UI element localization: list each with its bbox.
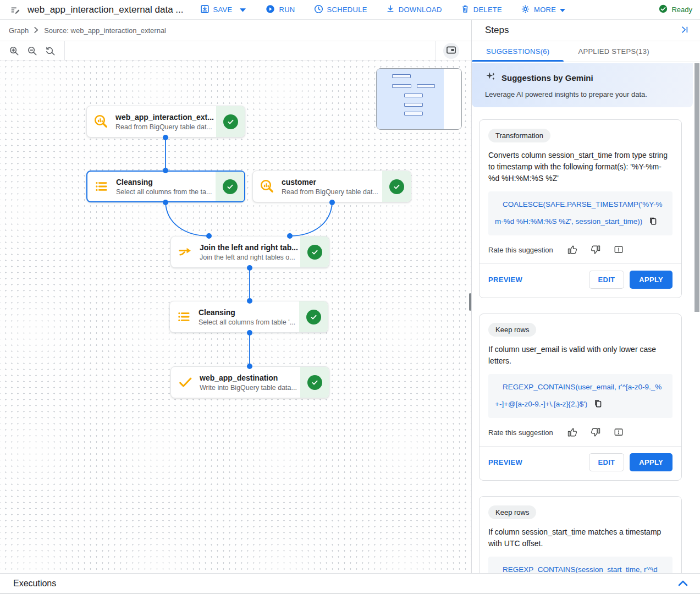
- suggestion-code: REGEXP_CONTAINS(session_start_time, r'^\…: [488, 557, 673, 573]
- cleansing-list-icon: [87, 172, 116, 201]
- node-join[interactable]: Join the left and right tab... Join the …: [170, 236, 329, 268]
- download-icon: [386, 4, 395, 15]
- zoom-reset-button[interactable]: [43, 43, 58, 58]
- node-customer[interactable]: customer Read from BigQuery table dat...: [252, 170, 411, 202]
- feedback-button[interactable]: [613, 426, 625, 438]
- steps-panel-title: Steps: [485, 25, 509, 36]
- node-title: customer: [282, 178, 380, 186]
- copy-code-button[interactable]: [642, 217, 657, 227]
- save-button[interactable]: SAVE: [198, 1, 235, 19]
- chevron-up-icon: [678, 580, 688, 588]
- join-icon: [171, 237, 200, 267]
- breadcrumb-graph[interactable]: Graph: [9, 26, 29, 35]
- suggestion-type-chip: Keep rows: [488, 505, 536, 519]
- node-cleansing-1[interactable]: Cleansing Select all columns from the ta…: [86, 170, 245, 202]
- destination-check-icon: [171, 367, 200, 398]
- suggestion-code: REGEXP_CONTAINS(user_email, r'^[a-z0-9._…: [488, 374, 673, 418]
- download-button[interactable]: DOWNLOAD: [384, 1, 444, 18]
- bigquery-read-icon: [253, 171, 282, 202]
- rate-label: Rate this suggestion: [488, 246, 553, 254]
- schedule-button[interactable]: SCHEDULE: [312, 1, 370, 19]
- toolbar-divider: [64, 41, 65, 61]
- minimap-icon: [447, 46, 456, 56]
- node-subtitle: Select all columns from the ta...: [116, 188, 213, 196]
- minimap-node: [404, 112, 423, 116]
- cleansing-list-icon: [170, 301, 199, 332]
- collapse-panel-button[interactable]: [678, 23, 691, 38]
- minimap[interactable]: [376, 68, 462, 130]
- node-status: [300, 367, 329, 398]
- copy-code-button[interactable]: [587, 399, 602, 410]
- suggestion-card-keep-rows-timestamp: Keep rows If column session_start_time m…: [479, 496, 682, 573]
- suggestion-card-transformation: Transformation Converts column session_s…: [479, 119, 682, 298]
- node-status: [216, 172, 244, 201]
- node-subtitle: Join the left and right tables o...: [200, 254, 298, 261]
- success-check-icon: [223, 179, 238, 194]
- save-dropdown-button[interactable]: [236, 2, 249, 17]
- panel-scrollbar[interactable]: [695, 63, 699, 312]
- run-play-icon: [266, 4, 275, 15]
- more-button[interactable]: MORE: [519, 1, 567, 19]
- flow-title: web_app_interaction_external data ...: [27, 4, 184, 15]
- ready-label: Ready: [671, 6, 692, 14]
- breadcrumb: Graph Source: web_app_interaction_extern…: [0, 20, 471, 41]
- edit-note-icon: [10, 5, 20, 15]
- caret-down-icon: [240, 6, 246, 14]
- suggestion-card-keep-rows-email: Keep rows If column user_email is valid …: [479, 314, 682, 481]
- run-button[interactable]: RUN: [263, 1, 297, 19]
- edit-button[interactable]: EDIT: [589, 271, 625, 289]
- thumbs-down-button[interactable]: [589, 426, 602, 438]
- executions-bar[interactable]: Executions: [0, 573, 700, 594]
- suggestions-list[interactable]: Transformation Converts column session_s…: [472, 107, 700, 573]
- graph-canvas[interactable]: web_app_interaction_ext... Read from Big…: [0, 61, 471, 573]
- gemini-title: Suggestions by Gemini: [501, 73, 593, 82]
- apply-button[interactable]: APPLY: [630, 453, 673, 471]
- suggestion-description: If column user_email is valid with only …: [488, 344, 673, 367]
- thumbs-up-button[interactable]: [566, 426, 578, 438]
- executions-collapse-button[interactable]: [676, 578, 690, 590]
- success-check-icon: [223, 114, 238, 129]
- thumbs-up-button[interactable]: [566, 244, 578, 256]
- preview-button[interactable]: PREVIEW: [488, 455, 527, 470]
- minimap-node: [417, 84, 435, 88]
- trash-icon: [461, 4, 470, 15]
- gear-icon: [521, 4, 530, 15]
- node-subtitle: Select all columns from table '...: [199, 318, 297, 326]
- steps-tabs: SUGGESTIONS(6) APPLIED STEPS(13): [472, 41, 700, 62]
- top-toolbar: web_app_interaction_external data ... SA…: [0, 0, 700, 20]
- gemini-subtitle: Leverage AI powered insights to prepare …: [485, 90, 682, 98]
- node-status: [216, 106, 245, 137]
- suggestion-type-chip: Keep rows: [488, 323, 536, 337]
- steps-panel: Steps SUGGESTIONS(6) APPLIED STEPS(13) S…: [471, 20, 700, 573]
- graph-area: Graph Source: web_app_interaction_extern…: [0, 20, 471, 573]
- node-web-app-interaction-ext[interactable]: web_app_interaction_ext... Read from Big…: [86, 106, 245, 138]
- edit-button[interactable]: EDIT: [589, 453, 625, 471]
- thumbs-down-button[interactable]: [589, 244, 602, 256]
- executions-title: Executions: [13, 579, 56, 588]
- node-subtitle: Read from BigQuery table dat...: [282, 188, 380, 196]
- minimap-node: [404, 103, 423, 107]
- toolbar-actions: SAVE RUN SCHEDULE DOWNLOAD DELETE: [198, 1, 568, 19]
- suggestion-code: COALESCE(SAFE.PARSE_TIMESTAMP('%Y-%m-%d …: [488, 191, 673, 235]
- minimap-toggle-button[interactable]: [443, 43, 459, 59]
- preview-button[interactable]: PREVIEW: [488, 272, 527, 287]
- clock-icon: [314, 4, 323, 15]
- zoom-out-button[interactable]: [25, 43, 40, 58]
- node-title: Cleansing: [116, 178, 213, 186]
- minimap-node: [392, 74, 411, 78]
- success-check-icon: [306, 310, 321, 324]
- tab-suggestions[interactable]: SUGGESTIONS(6): [472, 41, 564, 62]
- apply-button[interactable]: APPLY: [630, 271, 673, 289]
- node-web-app-destination[interactable]: web_app_destination Write into BigQuery …: [170, 366, 329, 398]
- panel-resize-handle[interactable]: [469, 293, 471, 311]
- node-cleansing-2[interactable]: Cleansing Select all columns from table …: [169, 301, 328, 333]
- caret-down-icon: [560, 6, 565, 14]
- zoom-in-button[interactable]: [7, 43, 21, 58]
- tab-applied-steps[interactable]: APPLIED STEPS(13): [564, 41, 663, 62]
- feedback-button[interactable]: [613, 244, 625, 256]
- delete-button[interactable]: DELETE: [459, 1, 504, 18]
- ready-check-icon: [659, 4, 668, 15]
- canvas-toolbar: [0, 41, 471, 61]
- success-check-icon: [389, 179, 404, 194]
- chevron-right-icon: [34, 26, 38, 35]
